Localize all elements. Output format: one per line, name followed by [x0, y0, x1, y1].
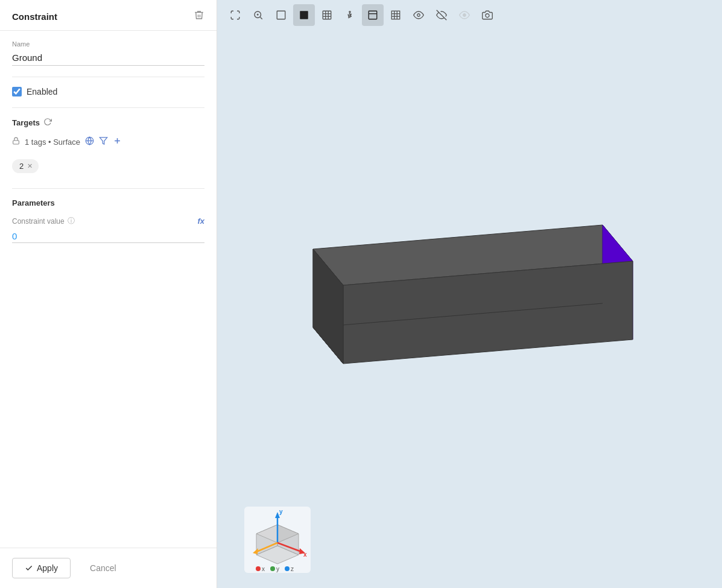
tag-chip-value: 2 — [19, 162, 24, 171]
toggle-visibility-button — [454, 4, 475, 26]
tag-chip: 2 ✕ — [12, 159, 39, 173]
svg-point-53 — [285, 566, 290, 571]
left-panel: Constraint Name Enabled Targets — [0, 0, 217, 588]
svg-rect-10 — [277, 11, 285, 19]
delete-icon[interactable] — [194, 10, 204, 23]
svg-point-27 — [463, 14, 466, 17]
wireframe-button[interactable] — [316, 4, 338, 26]
tags-text: 1 tags • Surface — [25, 138, 80, 147]
svg-point-28 — [486, 14, 489, 17]
apply-button[interactable]: Apply — [12, 558, 71, 578]
hide-button[interactable] — [431, 4, 452, 26]
svg-text:y: y — [276, 566, 279, 572]
targets-section-header: Targets — [12, 118, 204, 128]
tags-container: 2 ✕ — [12, 153, 204, 182]
zoom-region-button[interactable] — [247, 4, 269, 26]
svg-point-25 — [417, 14, 420, 17]
svg-point-51 — [270, 566, 275, 571]
walk-button[interactable] — [339, 4, 361, 26]
view-front-button[interactable] — [362, 4, 384, 26]
panel-title: Constraint — [12, 11, 57, 22]
svg-text:x: x — [262, 566, 265, 572]
name-label: Name — [12, 40, 204, 48]
svg-rect-18 — [369, 11, 377, 19]
fit-button[interactable] — [224, 4, 246, 26]
panel-header: Constraint — [0, 0, 217, 31]
svg-point-17 — [349, 11, 350, 13]
constraint-value-input[interactable] — [12, 230, 204, 243]
toolbar — [217, 0, 722, 30]
svg-marker-3 — [100, 138, 107, 144]
info-icon[interactable]: ⓘ — [68, 216, 75, 226]
divider-2 — [12, 107, 204, 108]
3d-beam — [259, 177, 681, 442]
divider-3 — [12, 188, 204, 189]
filter-icon[interactable] — [99, 136, 108, 147]
rect-select-button[interactable] — [270, 4, 292, 26]
svg-rect-0 — [13, 141, 19, 144]
svg-rect-11 — [300, 11, 308, 19]
show-all-button[interactable] — [408, 4, 429, 26]
targets-row: 1 tags • Surface — [12, 136, 204, 147]
parameters-title: Parameters — [12, 198, 55, 207]
name-field-group: Name — [12, 40, 204, 66]
panel-body: Name Enabled Targets — [0, 31, 217, 548]
name-input[interactable] — [12, 50, 204, 66]
parameters-header: Parameters — [12, 198, 204, 207]
enabled-checkbox[interactable] — [12, 87, 22, 96]
svg-line-7 — [260, 17, 262, 19]
tag-chip-close[interactable]: ✕ — [27, 163, 33, 169]
enabled-label[interactable]: Enabled — [27, 87, 57, 96]
svg-point-49 — [256, 566, 261, 571]
lock-icon — [12, 137, 20, 147]
viewport[interactable]: y x x y z — [217, 0, 722, 588]
cancel-button[interactable]: Cancel — [78, 558, 128, 578]
svg-text:z: z — [291, 566, 294, 572]
axes-svg: y x x y z — [241, 504, 314, 576]
fx-icon[interactable]: fx — [197, 217, 204, 226]
svg-rect-20 — [391, 11, 400, 19]
camera-button[interactable] — [477, 4, 498, 26]
targets-title: Targets — [12, 118, 40, 127]
constraint-value-header: Constraint value ⓘ fx — [12, 216, 204, 226]
view-grid-button[interactable] — [385, 4, 407, 26]
refresh-icon[interactable] — [43, 118, 52, 128]
add-target-icon[interactable] — [113, 136, 122, 147]
globe-icon[interactable] — [85, 136, 94, 147]
enabled-row: Enabled — [12, 87, 204, 96]
solid-button[interactable] — [293, 4, 315, 26]
svg-rect-12 — [323, 11, 331, 19]
axes-indicator: y x x y z — [241, 504, 314, 576]
constraint-value-group: Constraint value ⓘ fx — [12, 216, 204, 243]
svg-text:x: x — [303, 551, 307, 558]
panel-footer: Apply Cancel — [0, 548, 217, 588]
constraint-value-label: Constraint value ⓘ — [12, 216, 75, 226]
divider-1 — [12, 77, 204, 77]
apply-label: Apply — [37, 563, 58, 573]
parameters-section: Parameters Constraint value ⓘ fx — [12, 198, 204, 243]
svg-text:y: y — [279, 508, 283, 515]
cancel-label: Cancel — [90, 563, 116, 573]
